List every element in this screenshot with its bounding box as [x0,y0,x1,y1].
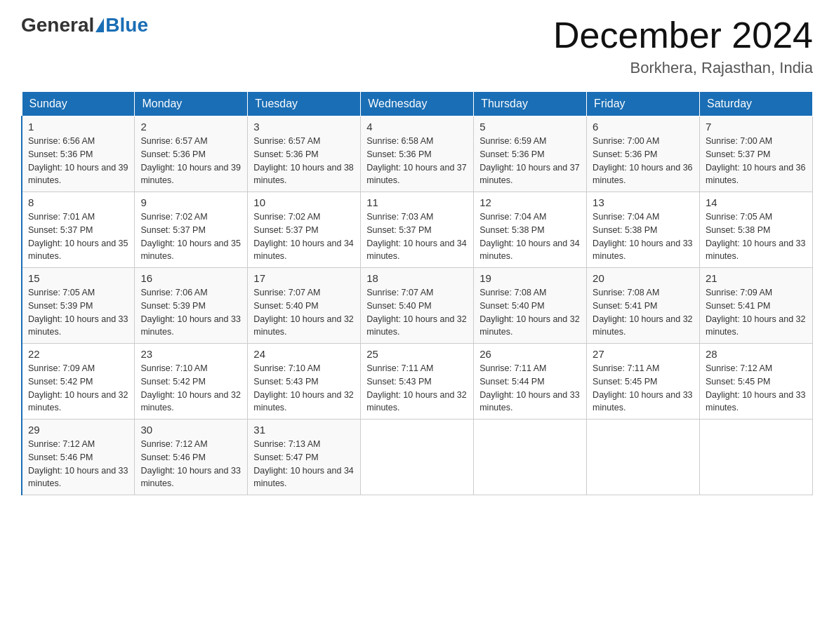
header-sunday: Sunday [22,92,135,116]
day-number: 5 [479,121,581,133]
header-friday: Friday [587,92,700,116]
day-number: 4 [366,121,468,133]
day-number: 15 [28,272,128,284]
table-row: 15 Sunrise: 7:05 AM Sunset: 5:39 PM Dayl… [22,268,135,344]
day-info: Sunrise: 7:05 AM Sunset: 5:39 PM Dayligh… [28,286,128,339]
day-info: Sunrise: 7:03 AM Sunset: 5:37 PM Dayligh… [366,210,468,263]
month-title: December 2024 [553,14,813,56]
day-info: Sunrise: 7:06 AM Sunset: 5:39 PM Dayligh… [140,286,241,339]
header-wednesday: Wednesday [361,92,474,116]
day-number: 17 [253,272,355,284]
day-number: 25 [366,348,468,360]
day-info: Sunrise: 6:57 AM Sunset: 5:36 PM Dayligh… [253,135,355,187]
calendar-table: Sunday Monday Tuesday Wednesday Thursday… [21,91,813,495]
table-row: 14 Sunrise: 7:05 AM Sunset: 5:38 PM Dayl… [700,192,813,268]
calendar-week-1: 1 Sunrise: 6:56 AM Sunset: 5:36 PM Dayli… [22,116,813,192]
table-row: 1 Sunrise: 6:56 AM Sunset: 5:36 PM Dayli… [22,116,135,192]
table-row: 25 Sunrise: 7:11 AM Sunset: 5:43 PM Dayl… [361,344,474,420]
day-number: 16 [140,272,241,284]
day-number: 30 [140,424,241,436]
day-info: Sunrise: 7:00 AM Sunset: 5:36 PM Dayligh… [593,135,694,187]
day-number: 2 [140,121,241,133]
table-row: 5 Sunrise: 6:59 AM Sunset: 5:36 PM Dayli… [474,116,587,192]
day-info: Sunrise: 6:59 AM Sunset: 5:36 PM Dayligh… [479,135,581,187]
logo-triangle-icon [95,18,104,32]
table-row [361,420,474,495]
table-row: 12 Sunrise: 7:04 AM Sunset: 5:38 PM Dayl… [474,192,587,268]
table-row: 10 Sunrise: 7:02 AM Sunset: 5:37 PM Dayl… [248,192,361,268]
day-info: Sunrise: 7:08 AM Sunset: 5:41 PM Dayligh… [593,286,694,339]
table-row [474,420,587,495]
table-row: 19 Sunrise: 7:08 AM Sunset: 5:40 PM Dayl… [474,268,587,344]
day-info: Sunrise: 6:58 AM Sunset: 5:36 PM Dayligh… [366,135,468,187]
table-row: 29 Sunrise: 7:12 AM Sunset: 5:46 PM Dayl… [22,420,135,495]
day-number: 23 [140,348,241,360]
day-number: 31 [253,424,355,436]
table-row: 28 Sunrise: 7:12 AM Sunset: 5:45 PM Dayl… [700,344,813,420]
day-info: Sunrise: 7:11 AM Sunset: 5:43 PM Dayligh… [366,362,468,415]
table-row: 2 Sunrise: 6:57 AM Sunset: 5:36 PM Dayli… [135,116,248,192]
day-info: Sunrise: 7:04 AM Sunset: 5:38 PM Dayligh… [479,210,581,263]
header-monday: Monday [135,92,248,116]
table-row: 21 Sunrise: 7:09 AM Sunset: 5:41 PM Dayl… [700,268,813,344]
table-row: 20 Sunrise: 7:08 AM Sunset: 5:41 PM Dayl… [587,268,700,344]
table-row [700,420,813,495]
day-info: Sunrise: 7:12 AM Sunset: 5:45 PM Dayligh… [706,362,807,415]
day-number: 3 [253,121,355,133]
day-number: 9 [140,196,241,208]
day-info: Sunrise: 7:13 AM Sunset: 5:47 PM Dayligh… [253,438,355,490]
location-subtitle: Borkhera, Rajasthan, India [553,59,813,77]
title-section: December 2024 Borkhera, Rajasthan, India [553,14,813,77]
table-row: 13 Sunrise: 7:04 AM Sunset: 5:38 PM Dayl… [587,192,700,268]
day-number: 21 [706,272,807,284]
table-row: 18 Sunrise: 7:07 AM Sunset: 5:40 PM Dayl… [361,268,474,344]
table-row: 26 Sunrise: 7:11 AM Sunset: 5:44 PM Dayl… [474,344,587,420]
day-number: 13 [593,196,694,208]
table-row: 4 Sunrise: 6:58 AM Sunset: 5:36 PM Dayli… [361,116,474,192]
day-info: Sunrise: 7:10 AM Sunset: 5:42 PM Dayligh… [140,362,241,415]
page-header: General Blue December 2024 Borkhera, Raj… [21,14,813,77]
table-row: 30 Sunrise: 7:12 AM Sunset: 5:46 PM Dayl… [135,420,248,495]
day-number: 7 [706,121,807,133]
logo: General Blue [21,14,148,36]
table-row: 23 Sunrise: 7:10 AM Sunset: 5:42 PM Dayl… [135,344,248,420]
day-number: 19 [479,272,581,284]
day-number: 26 [479,348,581,360]
table-row: 11 Sunrise: 7:03 AM Sunset: 5:37 PM Dayl… [361,192,474,268]
day-info: Sunrise: 7:08 AM Sunset: 5:40 PM Dayligh… [479,286,581,339]
table-row: 17 Sunrise: 7:07 AM Sunset: 5:40 PM Dayl… [248,268,361,344]
day-info: Sunrise: 7:01 AM Sunset: 5:37 PM Dayligh… [28,210,128,263]
day-info: Sunrise: 6:57 AM Sunset: 5:36 PM Dayligh… [140,135,241,187]
day-number: 20 [593,272,694,284]
table-row: 6 Sunrise: 7:00 AM Sunset: 5:36 PM Dayli… [587,116,700,192]
table-row: 22 Sunrise: 7:09 AM Sunset: 5:42 PM Dayl… [22,344,135,420]
header-saturday: Saturday [700,92,813,116]
table-row: 31 Sunrise: 7:13 AM Sunset: 5:47 PM Dayl… [248,420,361,495]
header-tuesday: Tuesday [248,92,361,116]
table-row: 16 Sunrise: 7:06 AM Sunset: 5:39 PM Dayl… [135,268,248,344]
table-row: 27 Sunrise: 7:11 AM Sunset: 5:45 PM Dayl… [587,344,700,420]
logo-text: General Blue [21,14,148,36]
day-info: Sunrise: 7:05 AM Sunset: 5:38 PM Dayligh… [706,210,807,263]
day-info: Sunrise: 6:56 AM Sunset: 5:36 PM Dayligh… [28,135,128,187]
day-info: Sunrise: 7:09 AM Sunset: 5:41 PM Dayligh… [706,286,807,339]
day-number: 28 [706,348,807,360]
day-info: Sunrise: 7:12 AM Sunset: 5:46 PM Dayligh… [140,438,241,490]
day-number: 8 [28,196,128,208]
calendar-week-2: 8 Sunrise: 7:01 AM Sunset: 5:37 PM Dayli… [22,192,813,268]
day-info: Sunrise: 7:12 AM Sunset: 5:46 PM Dayligh… [28,438,128,490]
table-row: 9 Sunrise: 7:02 AM Sunset: 5:37 PM Dayli… [135,192,248,268]
table-row: 24 Sunrise: 7:10 AM Sunset: 5:43 PM Dayl… [248,344,361,420]
day-info: Sunrise: 7:09 AM Sunset: 5:42 PM Dayligh… [28,362,128,415]
day-number: 10 [253,196,355,208]
calendar-header-row: Sunday Monday Tuesday Wednesday Thursday… [22,92,813,116]
day-number: 12 [479,196,581,208]
day-info: Sunrise: 7:11 AM Sunset: 5:45 PM Dayligh… [593,362,694,415]
calendar-week-4: 22 Sunrise: 7:09 AM Sunset: 5:42 PM Dayl… [22,344,813,420]
day-info: Sunrise: 7:02 AM Sunset: 5:37 PM Dayligh… [253,210,355,263]
logo-blue: Blue [105,14,148,36]
day-number: 11 [366,196,468,208]
day-number: 24 [253,348,355,360]
day-info: Sunrise: 7:04 AM Sunset: 5:38 PM Dayligh… [593,210,694,263]
calendar-week-5: 29 Sunrise: 7:12 AM Sunset: 5:46 PM Dayl… [22,420,813,495]
